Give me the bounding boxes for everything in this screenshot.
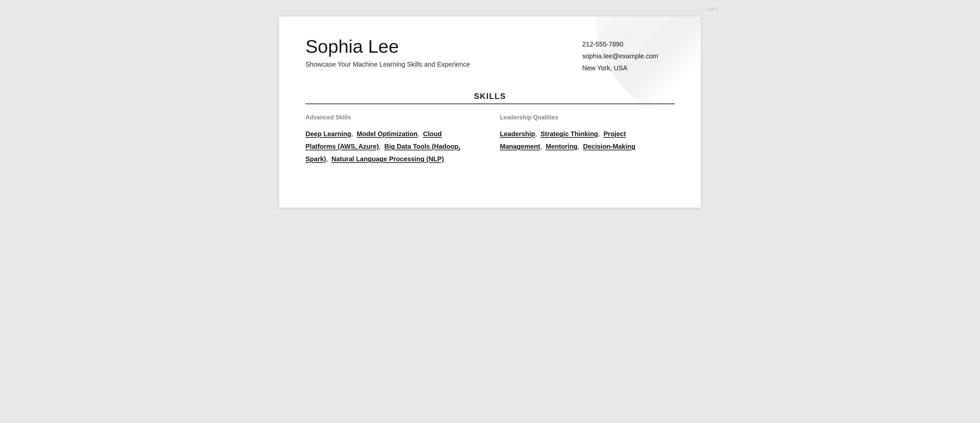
skill-mentoring: Mentoring bbox=[546, 143, 578, 150]
header-section: Sophia Lee Showcase Your Machine Learnin… bbox=[305, 36, 675, 75]
separator-3: , bbox=[379, 143, 385, 150]
candidate-name: Sophia Lee bbox=[305, 36, 582, 57]
separator-5: , bbox=[535, 130, 541, 137]
skill-deep-learning: Deep Learning bbox=[305, 130, 351, 137]
skill-model-optimization: Model Optimization bbox=[357, 130, 417, 137]
page-number: 1 of 1 bbox=[706, 6, 718, 11]
header-left: Sophia Lee Showcase Your Machine Learnin… bbox=[305, 36, 582, 68]
candidate-tagline: Showcase Your Machine Learning Skills an… bbox=[305, 61, 582, 68]
leadership-skills-title: Leadership Qualities bbox=[500, 114, 675, 121]
separator-2: , bbox=[417, 130, 423, 137]
leadership-skills-column: Leadership Qualities Leadership, Strateg… bbox=[500, 114, 675, 165]
separator-4: , bbox=[326, 155, 331, 163]
leadership-skills-list: Leadership, Strategic Thinking, ProjectM… bbox=[500, 128, 675, 153]
skill-strategic-thinking: Strategic Thinking bbox=[541, 130, 598, 137]
separator-6: , bbox=[598, 130, 604, 137]
advanced-skills-list: Deep Learning, Model Optimization, Cloud… bbox=[305, 128, 480, 165]
contact-location: New York, USA bbox=[582, 63, 675, 73]
skill-decision-making: Decision-Making bbox=[583, 143, 635, 150]
contact-email: sophia.lee@example.com bbox=[582, 51, 675, 61]
separator-7: , bbox=[540, 143, 546, 150]
section-divider bbox=[305, 104, 675, 104]
advanced-skills-title: Advanced Skills bbox=[305, 114, 480, 121]
resume-page: Sophia Lee Showcase Your Machine Learnin… bbox=[279, 16, 701, 208]
separator-1: , bbox=[351, 130, 357, 137]
page-wrapper: 1 of 1 Sophia Lee Showcase Your Machine … bbox=[259, 6, 721, 208]
skills-section-title: SKILLS bbox=[305, 92, 675, 101]
header-right: 212-555-7890 sophia.lee@example.com New … bbox=[582, 36, 675, 75]
skill-nlp: Natural Language Processing (NLP) bbox=[331, 155, 444, 163]
skills-section: SKILLS Advanced Skills Deep Learning, Mo… bbox=[305, 92, 675, 165]
separator-8: , bbox=[578, 143, 583, 150]
skill-leadership: Leadership bbox=[500, 130, 535, 137]
contact-phone: 212-555-7890 bbox=[582, 40, 675, 49]
skills-grid: Advanced Skills Deep Learning, Model Opt… bbox=[305, 114, 675, 165]
advanced-skills-column: Advanced Skills Deep Learning, Model Opt… bbox=[305, 114, 480, 165]
